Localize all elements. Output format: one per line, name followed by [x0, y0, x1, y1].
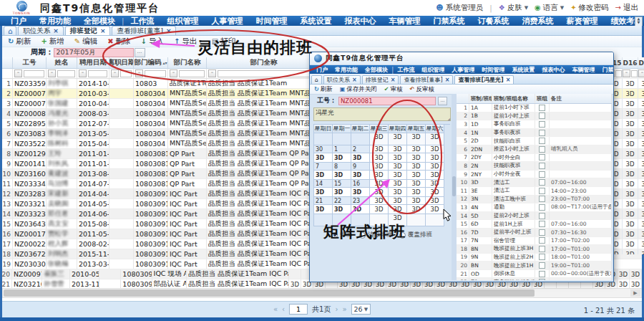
calendar-cell[interactable]: 3D — [407, 197, 426, 205]
day-shift-cell[interactable]: 3D — [623, 239, 638, 249]
calendar-cell[interactable]: 3D — [407, 205, 426, 214]
menu-item-2[interactable]: 全部模块 — [77, 16, 122, 27]
calendar-cell[interactable]: 3D — [389, 188, 407, 197]
filter-operator-button[interactable]: – — [135, 70, 143, 77]
day-shift-cell[interactable]: 3D — [623, 119, 638, 128]
calendar-cell[interactable]: 3D — [370, 133, 389, 145]
filter-input[interactable] — [218, 70, 319, 77]
day-shift-cell[interactable]: 3D — [623, 229, 638, 239]
calendar-cell[interactable]: 3D — [389, 205, 407, 214]
calendar-cell[interactable]: 30 — [314, 145, 333, 153]
calendar-cell[interactable]: 3D — [370, 205, 389, 214]
group-checkbox[interactable] — [539, 221, 545, 227]
period-picker-button[interactable]: … — [135, 48, 145, 57]
popup-menu-item-8[interactable]: 报表中心 — [538, 66, 568, 74]
filter-operator-button[interactable]: – — [111, 70, 119, 77]
calendar-cell[interactable] — [426, 214, 444, 226]
popup-tab-0[interactable]: 职位关系× — [323, 75, 361, 84]
page-number-input[interactable] — [289, 304, 308, 315]
tab-close-icon[interactable]: × — [166, 28, 172, 34]
shift-type-row[interactable]: 167D提前半小时上班07:30~16:30 — [457, 229, 612, 237]
tab-close-icon[interactable]: × — [445, 77, 450, 83]
calendar-cell[interactable]: 3D — [407, 163, 426, 171]
calendar-cell[interactable]: 7 — [314, 163, 333, 171]
day-shift-cell[interactable]: 3D — [638, 189, 644, 198]
toolbar-import-button[interactable]: ↓导入 — [141, 37, 164, 47]
shift-type-row[interactable]: 199N晚班提前上班2H18:00~T01:00 — [457, 254, 612, 262]
menu-item-6[interactable]: 时间管理 — [249, 16, 293, 27]
group-checkbox[interactable] — [539, 254, 545, 260]
user-bar-language[interactable]: ◉语言▼ — [535, 3, 564, 13]
tab-0[interactable]: 职位关系× — [18, 26, 64, 35]
calendar-cell[interactable]: 3D — [333, 205, 351, 214]
employee-id-input[interactable] — [338, 97, 436, 105]
shift-column-header[interactable]: 班制/班组名称 — [492, 94, 535, 103]
tab-close-icon[interactable]: × — [100, 28, 106, 34]
group-checkbox[interactable] — [539, 179, 545, 186]
group-checkbox[interactable] — [539, 196, 545, 202]
calendar-cell[interactable]: 3D — [351, 153, 370, 163]
day-shift-cell[interactable]: 3D — [638, 79, 644, 88]
employee-picker-button[interactable]: … — [438, 97, 447, 105]
shift-type-row[interactable]: 156D提前1H上班07:00~16:00 — [457, 220, 612, 229]
popup-menu-item-6[interactable]: 时间管理 — [478, 66, 508, 74]
divider-scrollbar-thumb[interactable] — [452, 176, 456, 196]
first-page-icon[interactable]: « — [273, 305, 278, 313]
calendar-cell[interactable]: 3D — [370, 180, 389, 188]
day-column-header[interactable]: D16 — [623, 57, 638, 68]
day-shift-cell[interactable]: 3D — [638, 249, 644, 254]
group-checkbox[interactable] — [539, 213, 545, 219]
menu-item-8[interactable]: 报表中心 — [338, 16, 382, 27]
day-shift-cell[interactable] — [289, 269, 301, 279]
group-checkbox[interactable] — [539, 112, 545, 119]
user-bar-change-password[interactable]: ✦修改密码 — [570, 3, 608, 13]
calendar-cell[interactable] — [370, 214, 389, 226]
scrollbar-thumb[interactable] — [4, 289, 535, 297]
popup-tab-3[interactable]: 查看排班[冯星光]× — [454, 75, 514, 84]
shift-type-row[interactable]: 134N通勤08:00~T17:00(适用于盘点通勤人员) — [457, 203, 612, 212]
toolbar-edit-button[interactable]: ✎编辑 — [74, 37, 97, 47]
shift-type-row[interactable]: 21B提前1小时上班 — [457, 112, 612, 121]
popup-menu-item-2[interactable]: 全部模块 — [361, 66, 391, 74]
calendar-cell[interactable]: 3D — [389, 214, 407, 226]
shift-type-row[interactable]: 177N宿舍管理17:00~T02:00 — [457, 237, 612, 246]
popup-menu-item-1[interactable]: 常用功能 — [331, 66, 361, 74]
calendar-cell[interactable]: 3D — [426, 145, 444, 153]
calendar-cell[interactable]: 3D — [314, 171, 333, 180]
menu-item-11[interactable]: 订餐系统 — [471, 16, 515, 27]
calendar-cell[interactable]: 3D — [407, 133, 426, 145]
toolbar-export-button[interactable]: ↑导出▾ — [174, 37, 202, 47]
shift-type-row[interactable]: 92NY小时外全夜 — [457, 171, 612, 179]
day-shift-cell[interactable]: 3D — [623, 129, 638, 138]
menu-item-3[interactable]: 工作流 — [124, 16, 160, 27]
column-header[interactable]: 部门编码▴▾ — [134, 57, 168, 68]
calendar-cell[interactable]: 15 — [333, 180, 351, 188]
calendar-cell[interactable]: 3D — [389, 153, 407, 163]
menu-item-13[interactable]: 薪资管理 — [560, 16, 604, 27]
group-checkbox[interactable] — [539, 204, 545, 211]
tab-close-icon[interactable]: × — [53, 28, 59, 34]
page-size-select[interactable]: 26 ▼ — [351, 304, 371, 315]
calendar-cell[interactable]: 3D — [370, 153, 389, 163]
shift-type-row[interactable]: 52D技能职白班 — [457, 137, 612, 145]
filter-input[interactable] — [145, 70, 166, 77]
day-shift-cell[interactable]: 3D — [618, 269, 630, 279]
day-shift-cell[interactable]: 3D — [623, 249, 638, 254]
group-checkbox[interactable] — [539, 121, 545, 128]
calendar-cell[interactable]: 3D — [333, 171, 351, 180]
calendar-cell[interactable]: 3D — [389, 163, 407, 171]
calendar-cell[interactable]: 3D — [407, 145, 426, 153]
shift-type-row[interactable]: 22Z1事务职轮值(1D/1N)✓ — [457, 278, 612, 280]
day-shift-cell[interactable]: 3D — [623, 199, 638, 209]
calendar-cell[interactable]: 9 — [351, 163, 370, 171]
user-bar-logout[interactable]: →退出 — [615, 3, 638, 13]
day-shift-cell[interactable]: 3D — [638, 199, 644, 209]
group-checkbox[interactable] — [539, 138, 545, 144]
calendar-cell[interactable]: 3D — [426, 197, 444, 205]
shift-type-row[interactable]: 113E清洁工14:00~23:00 — [457, 187, 612, 196]
column-header[interactable]: 离职日期 — [109, 57, 134, 68]
calendar-cell[interactable]: 3D — [426, 133, 444, 145]
filter-operator-button[interactable]: – — [170, 70, 177, 77]
shift-type-row[interactable]: 20BN晚班提前上班1H19:00~T01:00 — [457, 262, 612, 270]
column-header[interactable]: 聘用日期 — [77, 57, 109, 68]
